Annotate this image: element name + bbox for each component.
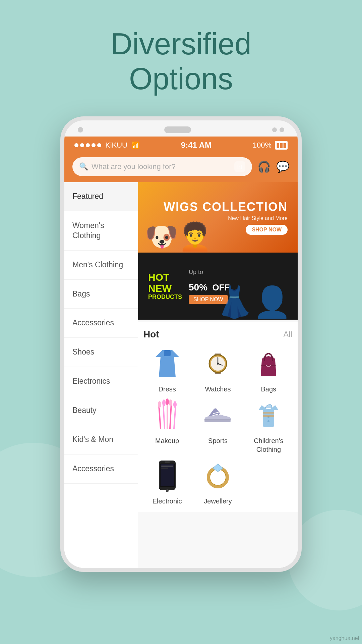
sidebar-item-womens-clothing[interactable]: Women's Clothing: [64, 211, 138, 251]
childrens-label: Children's Clothing: [245, 436, 292, 454]
banner-wigs-title: WIGS COLLECTION: [164, 200, 288, 214]
status-left: KiKUU 📶: [74, 141, 140, 150]
svg-rect-33: [165, 462, 170, 463]
svg-rect-0: [164, 350, 171, 356]
sports-image: [198, 397, 238, 434]
sidebar-label-accessories2: Accessories: [72, 464, 114, 473]
hot-all-link[interactable]: All: [283, 330, 292, 339]
product-item-sports[interactable]: Sports: [194, 397, 241, 454]
electronic-label: Electronic: [143, 497, 191, 505]
svg-point-18: [173, 401, 177, 408]
banner-wigs[interactable]: 🐶🧑‍🦱 WIGS COLLECTION New Hair Style and …: [138, 182, 298, 253]
dress-image: [147, 345, 187, 382]
main-content: Featured Women's Clothing Men's Clothing…: [64, 182, 298, 568]
banner-wigs-cta[interactable]: SHOP NOW: [246, 225, 288, 235]
svg-line-9: [159, 405, 161, 429]
makeup-image: [147, 397, 187, 434]
hot-text: HOT: [148, 272, 182, 283]
sidebar-label-shoes: Shoes: [72, 347, 94, 356]
phone-dots: [272, 127, 284, 132]
sidebar-item-bags[interactable]: Bags: [64, 280, 138, 309]
phone-speaker: [164, 126, 191, 133]
product-grid: Dress: [143, 345, 292, 505]
sports-label: Sports: [194, 436, 241, 445]
product-item-dress[interactable]: Dress: [143, 345, 191, 393]
banner-hot-label: HOT NEW PRODUCTS: [148, 272, 182, 301]
status-right: 100% ▮▮▮: [253, 141, 288, 150]
carrier-name: KiKUU: [105, 141, 127, 150]
phone-mockup: KiKUU 📶 9:41 AM 100% ▮▮▮ 🔍 What are you …: [0, 116, 362, 572]
products-text: PRODUCTS: [148, 294, 182, 301]
right-panel: 🐶🧑‍🦱 WIGS COLLECTION New Hair Style and …: [138, 182, 298, 568]
battery-icon: ▮▮▮: [275, 141, 288, 150]
watches-label: Watches: [194, 385, 241, 393]
watermark: yanghua.net: [330, 635, 359, 641]
status-time: 9:41 AM: [181, 141, 212, 150]
product-item-bags[interactable]: Bags: [245, 345, 292, 393]
jewellery-image: [198, 457, 238, 494]
banner-wigs-text: WIGS COLLECTION New Hair Style and More …: [164, 200, 288, 235]
svg-line-13: [174, 405, 176, 429]
hot-header: Hot All: [143, 329, 292, 340]
headset-icon[interactable]: 🎧: [257, 160, 271, 173]
scan-icon[interactable]: ⊡: [234, 161, 245, 172]
svg-line-10: [163, 404, 165, 429]
svg-rect-25: [263, 415, 274, 417]
svg-line-12: [170, 404, 171, 429]
banner-models-emoji: 👗👤: [216, 284, 291, 320]
signal-dot-4: [92, 143, 96, 147]
svg-point-23: [267, 420, 269, 422]
phone-body: KiKUU 📶 9:41 AM 100% ▮▮▮ 🔍 What are you …: [60, 116, 302, 572]
banner-wigs-subtitle: New Hair Style and More: [164, 215, 288, 221]
makeup-label: Makeup: [143, 436, 191, 445]
sidebar-label-featured: Featured: [72, 192, 103, 201]
product-item-makeup[interactable]: Makeup: [143, 397, 191, 454]
search-placeholder: What are you looking for?: [92, 162, 231, 171]
svg-point-16: [166, 398, 169, 405]
dress-label: Dress: [143, 385, 191, 393]
jewellery-label: Jewellery: [194, 497, 241, 505]
svg-point-17: [169, 399, 172, 406]
svg-point-14: [158, 401, 161, 408]
phone-dot-2: [280, 127, 284, 132]
chat-icon[interactable]: 💬: [276, 160, 290, 173]
wifi-icon: 📶: [131, 141, 140, 149]
product-item-watches[interactable]: Watches: [194, 345, 241, 393]
product-item-electronic[interactable]: Electronic: [143, 457, 191, 505]
search-input-container[interactable]: 🔍 What are you looking for? ⊡: [72, 157, 252, 176]
svg-rect-24: [263, 412, 274, 414]
status-bar: KiKUU 📶 9:41 AM 100% ▮▮▮: [64, 137, 298, 154]
svg-point-32: [166, 489, 169, 492]
sidebar-item-accessories[interactable]: Accessories: [64, 309, 138, 338]
banner-hot-new[interactable]: HOT NEW PRODUCTS Up to 50% OFF SHOP NOW …: [138, 253, 298, 320]
phone-hardware-bar: [64, 120, 298, 137]
sidebar-label-bags: Bags: [72, 289, 90, 298]
sidebar-label-accessories: Accessories: [72, 318, 114, 327]
sidebar-item-mens-clothing[interactable]: Men's Clothing: [64, 251, 138, 280]
sidebar-item-accessories2[interactable]: Accessories: [64, 454, 138, 484]
sidebar-label-beauty: Beauty: [72, 406, 97, 415]
phone-dot-1: [272, 127, 277, 132]
sidebar-item-electronics[interactable]: Electronics: [64, 367, 138, 396]
category-sidebar: Featured Women's Clothing Men's Clothing…: [64, 182, 138, 568]
sidebar-item-shoes[interactable]: Shoes: [64, 338, 138, 367]
product-item-childrens[interactable]: Children's Clothing: [245, 397, 292, 454]
bags-label: Bags: [245, 385, 292, 393]
svg-rect-19: [204, 420, 231, 422]
sidebar-item-kids[interactable]: Kid's & Mon: [64, 425, 138, 454]
signal-dots: [74, 143, 101, 147]
hot-section: Hot All Dress: [138, 322, 298, 512]
svg-rect-31: [161, 468, 168, 469]
signal-dot-1: [74, 143, 78, 147]
search-icon: 🔍: [79, 162, 88, 171]
heading-line2: Options: [129, 62, 233, 96]
sidebar-item-featured[interactable]: Featured: [64, 182, 138, 211]
sidebar-item-beauty[interactable]: Beauty: [64, 396, 138, 425]
product-item-jewellery[interactable]: Jewellery: [194, 457, 241, 505]
signal-dot-5: [97, 143, 101, 147]
svg-point-7: [217, 363, 219, 365]
signal-dot-3: [86, 143, 90, 147]
svg-rect-29: [161, 464, 174, 486]
electronic-image: [147, 457, 187, 494]
battery-percent: 100%: [253, 141, 272, 150]
